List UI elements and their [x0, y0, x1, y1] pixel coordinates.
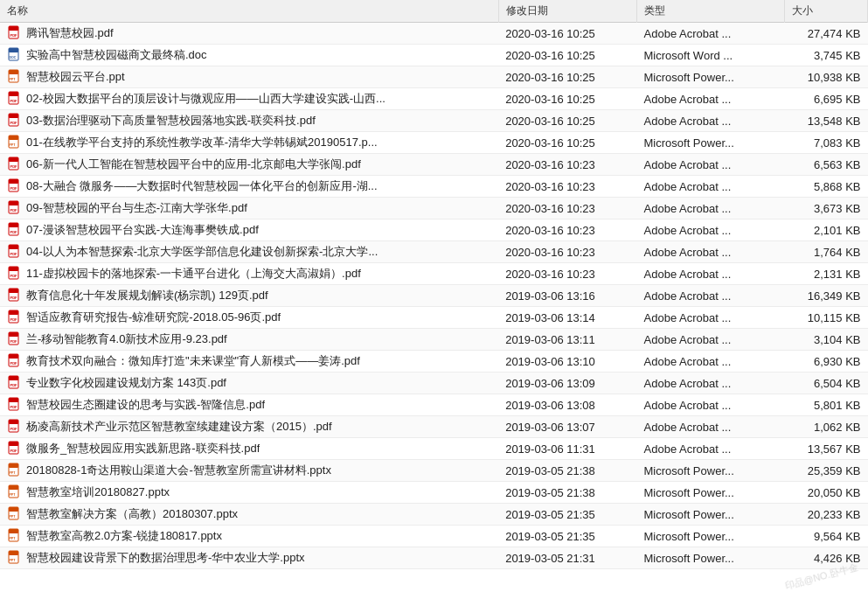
col-header-date[interactable]: 修改日期 — [498, 0, 636, 23]
file-name-cell[interactable]: PPT 20180828-1奇达用鞍山渠道大会-智慧教室所需宣讲材料.pptx — [0, 460, 498, 482]
file-name-text: 腾讯智慧校园.pdf — [26, 25, 114, 41]
file-name-cell[interactable]: PDF 02-校园大数据平台的顶层设计与微观应用——山西大学建设实践-山西... — [0, 88, 498, 110]
file-name-cell[interactable]: PDF 教育信息化十年发展规划解读(杨宗凯) 129页.pdf — [0, 285, 498, 307]
table-row[interactable]: PDF 智慧校园生态圈建设的思考与实践-智隆信息.pdf2019-03-06 1… — [0, 394, 868, 416]
file-name-cell[interactable]: DOC 实验高中智慧校园磁商文最终稿.doc — [0, 45, 498, 66]
file-size: 20,050 KB — [784, 482, 867, 504]
file-name-cell[interactable]: PDF 专业数字化校园建设规划方案 143页.pdf — [0, 373, 498, 394]
table-row[interactable]: PPT 智慧校园建设背景下的数据治理思考-华中农业大学.pptx2019-03-… — [0, 547, 868, 569]
svg-text:PDF: PDF — [10, 252, 18, 256]
table-row[interactable]: PDF 06-新一代人工智能在智慧校园平台中的应用-北京邮电大学张闯.pdf20… — [0, 154, 868, 176]
file-size: 1,062 KB — [784, 416, 867, 438]
col-header-name[interactable]: 名称 — [0, 0, 498, 23]
table-row[interactable]: PDF 兰-移动智能教育4.0新技术应用-9.23.pdf2019-03-06 … — [0, 329, 868, 351]
svg-rect-37 — [9, 289, 18, 293]
table-row[interactable]: PDF 杨凌高新技术产业示范区智慧教室续建建设方案（2015）.pdf2019-… — [0, 416, 868, 438]
file-type: Adobe Acrobat ... — [637, 285, 785, 307]
file-name-cell[interactable]: PDF 09-智慧校园的平台与生态-江南大学张华.pdf — [0, 198, 498, 219]
pdf-icon: PDF — [7, 441, 26, 456]
file-name-text: 20180828-1奇达用鞍山渠道大会-智慧教室所需宣讲材料.pptx — [26, 463, 331, 478]
svg-text:PDF: PDF — [10, 121, 18, 125]
svg-rect-64 — [9, 485, 18, 490]
table-row[interactable]: PPT 智慧校园云平台.ppt2020-03-16 10:25Microsoft… — [0, 66, 868, 88]
table-row[interactable]: PDF 09-智慧校园的平台与生态-江南大学张华.pdf2020-03-16 1… — [0, 198, 868, 219]
file-name-cell[interactable]: PDF 07-漫谈智慧校园平台实践-大连海事樊铁成.pdf — [0, 219, 498, 241]
file-type: Adobe Acrobat ... — [637, 88, 785, 110]
file-name-text: 智慧教室解决方案（高教）20180307.pptx — [26, 506, 238, 522]
file-name-cell[interactable]: PDF 智慧校园生态圈建设的思考与实践-智隆信息.pdf — [0, 394, 498, 416]
svg-text:PDF: PDF — [10, 383, 18, 387]
table-row[interactable]: PDF 07-漫谈智慧校园平台实践-大连海事樊铁成.pdf2020-03-16 … — [0, 219, 868, 241]
table-row[interactable]: PDF 08-大融合 微服务——大数据时代智慧校园一体化平台的创新应用-湖...… — [0, 176, 868, 198]
file-size: 1,764 KB — [784, 241, 867, 263]
file-size: 3,673 KB — [784, 198, 867, 219]
svg-rect-67 — [9, 507, 18, 512]
table-row[interactable]: PDF 微服务_智慧校园应用实践新思路-联奕科技.pdf2019-03-06 1… — [0, 438, 868, 460]
file-name-text: 07-漫谈智慧校园平台实践-大连海事樊铁成.pdf — [26, 222, 259, 238]
table-row[interactable]: PDF 教育技术双向融合：微知库打造"未来课堂"育人新模式——姜涛.pdf201… — [0, 351, 868, 373]
pdf-icon: PDF — [7, 375, 26, 391]
ppt-icon: PPT — [7, 463, 26, 478]
file-name-text: 智慧校园生态圈建设的思考与实践-智隆信息.pdf — [26, 397, 265, 413]
file-type: Microsoft Power... — [637, 482, 785, 504]
file-name-cell[interactable]: PDF 杨凌高新技术产业示范区智慧教室续建建设方案（2015）.pdf — [0, 416, 498, 438]
col-header-size[interactable]: 大小 — [784, 0, 867, 23]
file-type: Adobe Acrobat ... — [637, 110, 785, 132]
file-name-cell[interactable]: PDF 智适应教育研究报告-鲸准研究院-2018.05-96页.pdf — [0, 307, 498, 329]
file-name-cell[interactable]: PDF 03-数据治理驱动下高质量智慧校园落地实践-联奕科技.pdf — [0, 110, 498, 132]
table-row[interactable]: DOC 实验高中智慧校园磁商文最终稿.doc2020-03-16 10:25Mi… — [0, 45, 868, 66]
file-name-cell[interactable]: PPT 智慧校园云平台.ppt — [0, 66, 498, 88]
file-size: 13,567 KB — [784, 438, 867, 460]
svg-text:PDF: PDF — [10, 449, 18, 453]
file-name-cell[interactable]: PPT 智慧教室培训20180827.pptx — [0, 482, 498, 504]
ppt-icon: PPT — [7, 528, 26, 544]
file-name-cell[interactable]: PDF 教育技术双向融合：微知库打造"未来课堂"育人新模式——姜涛.pdf — [0, 351, 498, 373]
file-type: Adobe Acrobat ... — [637, 438, 785, 460]
svg-rect-46 — [9, 354, 18, 359]
pdf-icon: PDF — [7, 266, 26, 282]
file-name-cell[interactable]: PPT 智慧教室解决方案（高教）20180307.pptx — [0, 504, 498, 526]
table-row[interactable]: PDF 04-以人为本智慧探索-北京大学医学部信息化建设创新探索-北京大学...… — [0, 241, 868, 263]
file-name-cell[interactable]: PDF 08-大融合 微服务——大数据时代智慧校园一体化平台的创新应用-湖... — [0, 176, 498, 198]
table-row[interactable]: PDF 03-数据治理驱动下高质量智慧校园落地实践-联奕科技.pdf2020-0… — [0, 110, 868, 132]
file-date: 2019-03-06 13:08 — [498, 394, 636, 416]
pdf-icon: PDF — [7, 200, 26, 216]
table-row[interactable]: PDF 智适应教育研究报告-鲸准研究院-2018.05-96页.pdf2019-… — [0, 307, 868, 329]
svg-rect-61 — [9, 463, 18, 468]
file-size: 2,101 KB — [784, 219, 867, 241]
file-name-cell[interactable]: PDF 11-虚拟校园卡的落地探索-一卡通平台进化（上海交大高淑娟）.pdf — [0, 263, 498, 285]
file-name-cell[interactable]: PDF 兰-移动智能教育4.0新技术应用-9.23.pdf — [0, 329, 498, 351]
file-type: Adobe Acrobat ... — [637, 307, 785, 329]
table-row[interactable]: PPT 20180828-1奇达用鞍山渠道大会-智慧教室所需宣讲材料.pptx2… — [0, 460, 868, 482]
file-type: Microsoft Power... — [637, 132, 785, 154]
table-row[interactable]: PDF 教育信息化十年发展规划解读(杨宗凯) 129页.pdf2019-03-0… — [0, 285, 868, 307]
svg-text:PDF: PDF — [10, 427, 18, 431]
file-name-cell[interactable]: PPT 01-在线教学平台支持的系统性教学改革-清华大学韩锡斌20190517.… — [0, 132, 498, 154]
file-name-text: 02-校园大数据平台的顶层设计与微观应用——山西大学建设实践-山西... — [26, 91, 385, 107]
file-name-text: 11-虚拟校园卡的落地探索-一卡通平台进化（上海交大高淑娟）.pdf — [26, 266, 361, 282]
table-row[interactable]: PDF 02-校园大数据平台的顶层设计与微观应用——山西大学建设实践-山西...… — [0, 88, 868, 110]
file-name-cell[interactable]: PDF 微服务_智慧校园应用实践新思路-联奕科技.pdf — [0, 438, 498, 460]
file-name-cell[interactable]: PDF 06-新一代人工智能在智慧校园平台中的应用-北京邮电大学张闯.pdf — [0, 154, 498, 176]
col-header-type[interactable]: 类型 — [637, 0, 785, 23]
file-name-cell[interactable]: PPT 智慧教室高教2.0方案-锐捷180817.pptx — [0, 526, 498, 547]
file-size: 5,868 KB — [784, 176, 867, 198]
file-name-text: 智慧校园建设背景下的数据治理思考-华中农业大学.pptx — [26, 550, 305, 566]
file-name-text: 智慧教室培训20180827.pptx — [26, 484, 170, 500]
table-row[interactable]: PPT 智慧教室解决方案（高教）20180307.pptx2019-03-05 … — [0, 504, 868, 526]
file-name-text: 03-数据治理驱动下高质量智慧校园落地实践-联奕科技.pdf — [26, 113, 316, 129]
table-row[interactable]: PPT 智慧教室培训20180827.pptx2019-03-05 21:38M… — [0, 482, 868, 504]
svg-rect-13 — [9, 114, 18, 118]
table-row[interactable]: PPT 01-在线教学平台支持的系统性教学改革-清华大学韩锡斌20190517.… — [0, 132, 868, 154]
pdf-icon: PDF — [7, 419, 26, 435]
file-type: Adobe Acrobat ... — [637, 154, 785, 176]
file-date: 2019-03-06 13:11 — [498, 329, 636, 351]
table-row[interactable]: PDF 腾讯智慧校园.pdf2020-03-16 10:25Adobe Acro… — [0, 23, 868, 45]
table-row[interactable]: PDF 11-虚拟校园卡的落地探索-一卡通平台进化（上海交大高淑娟）.pdf20… — [0, 263, 868, 285]
svg-text:PDF: PDF — [10, 339, 18, 344]
file-name-cell[interactable]: PPT 智慧校园建设背景下的数据治理思考-华中农业大学.pptx — [0, 547, 498, 569]
file-name-cell[interactable]: PDF 腾讯智慧校园.pdf — [0, 23, 498, 45]
file-name-cell[interactable]: PDF 04-以人为本智慧探索-北京大学医学部信息化建设创新探索-北京大学... — [0, 241, 498, 263]
table-row[interactable]: PPT 智慧教室高教2.0方案-锐捷180817.pptx2019-03-05 … — [0, 526, 868, 547]
table-row[interactable]: PDF 专业数字化校园建设规划方案 143页.pdf2019-03-06 13:… — [0, 373, 868, 394]
